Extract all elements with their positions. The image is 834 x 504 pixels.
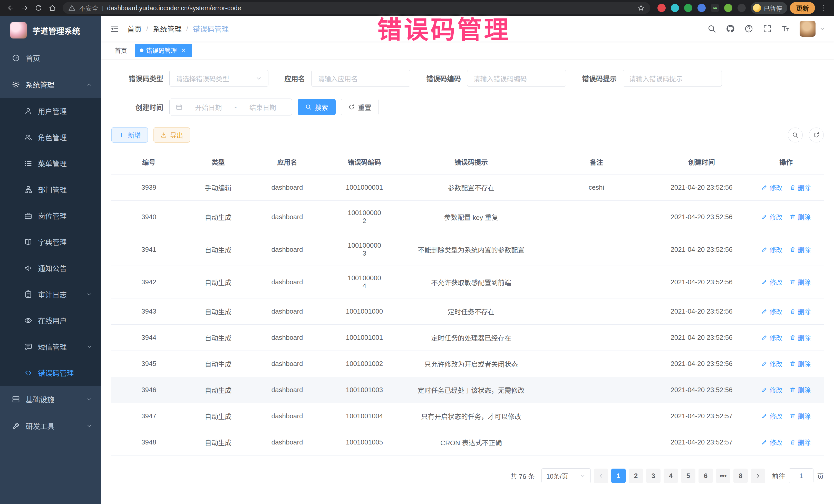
github-button[interactable] [726,24,735,34]
sidebar-item-dev-tools[interactable]: 研发工具 [0,413,101,439]
tag-error-code[interactable]: 错误码管理 × [135,44,192,57]
extension-blue-icon[interactable] [698,4,706,12]
close-icon[interactable]: × [180,47,187,54]
delete-link[interactable]: 删除 [790,307,811,316]
home-icon [48,4,56,12]
search-button[interactable]: 搜索 [298,99,336,115]
export-button[interactable]: 导出 [153,127,190,143]
fullscreen-button[interactable] [763,24,772,34]
update-chip[interactable]: 更新 [790,2,815,14]
reset-button[interactable]: 重置 [341,99,379,115]
sidebar-item-user[interactable]: 用户管理 [0,98,101,124]
page-button-8[interactable]: 8 [733,468,748,483]
edit-link[interactable]: 修改 [761,333,783,342]
error-code-input[interactable]: 请输入错误码编码 [467,70,566,87]
error-type-select[interactable]: 请选择错误码类型 [169,70,268,87]
table-row: 3944自动生成dashboard1001001001定时任务的处理器已经存在2… [111,325,824,351]
app-logo[interactable]: 芋道管理系统 [0,16,101,45]
sidebar-item-role[interactable]: 角色管理 [0,124,101,150]
bookmark-star-icon[interactable] [637,4,644,12]
error-msg-input[interactable]: 请输入错误码提示 [623,70,722,87]
not-secure-warning-icon [68,4,75,12]
question-button[interactable] [744,24,753,34]
prev-page-button[interactable] [594,468,608,483]
cell-msg: CRON 表达式不正确 [404,429,538,456]
sidebar-item-post[interactable]: 岗位管理 [0,203,101,229]
home-button[interactable] [47,2,58,14]
delete-link[interactable]: 删除 [790,183,811,192]
user-menu[interactable] [799,21,825,37]
reload-button[interactable] [33,2,44,14]
github-icon [726,24,735,34]
delete-link[interactable]: 删除 [790,385,811,394]
edit-link[interactable]: 修改 [761,245,783,254]
extension-lime-icon[interactable] [724,4,732,12]
sidebar-item-sms[interactable]: 短信管理 [0,334,101,360]
trash-icon [790,308,796,314]
page-button-3[interactable]: 3 [646,468,660,483]
cell-actions: 修改删除 [748,175,824,201]
delete-link[interactable]: 删除 [790,278,811,287]
sidebar-item-dept[interactable]: 部门管理 [0,177,101,203]
extension-red-icon[interactable] [657,4,666,12]
delete-link[interactable]: 删除 [790,438,811,447]
next-page-button[interactable] [751,468,765,483]
tag-home[interactable]: 首页 [110,44,132,57]
page-button-5[interactable]: 5 [681,468,696,483]
delete-link[interactable]: 删除 [790,245,811,254]
paused-chip[interactable]: 已暂停 [751,2,787,14]
delete-link[interactable]: 删除 [790,411,811,421]
sidebar-item-notice[interactable]: 通知公告 [0,255,101,281]
edit-link[interactable]: 修改 [761,212,783,221]
edit-link[interactable]: 修改 [761,359,783,368]
extension-teal-icon[interactable] [671,4,679,12]
cell-id: 3940 [111,201,186,233]
back-button[interactable] [5,2,17,14]
sidebar-item-system[interactable]: 系统管理 [0,71,101,98]
page-size-select[interactable]: 10条/页 [542,468,591,483]
edit-link[interactable]: 修改 [761,385,783,394]
sidebar-item-menu[interactable]: 菜单管理 [0,150,101,177]
address-bar[interactable]: 不安全 | dashboard.yudao.iocoder.cn/system/… [63,2,650,14]
cell-remark [538,299,655,325]
toggle-search-button[interactable] [788,128,803,143]
breadcrumb-home[interactable]: 首页 [127,24,142,34]
page-more-button[interactable]: ••• [716,468,730,483]
edit-link[interactable]: 修改 [761,411,783,421]
font-size-button[interactable] [781,24,790,34]
sidebar-item-online-user[interactable]: 在线用户 [0,307,101,334]
pencil-icon [761,279,768,285]
delete-link[interactable]: 删除 [790,333,811,342]
pencil-icon [761,246,768,253]
forward-button[interactable] [19,2,30,14]
sidebar-fold-button[interactable] [110,24,119,34]
page-button-4[interactable]: 4 [664,468,678,483]
breadcrumb-separator: / [186,25,188,33]
page-button-2[interactable]: 2 [629,468,643,483]
goto-page-input[interactable] [789,468,813,483]
delete-link[interactable]: 删除 [790,212,811,221]
sidebar-item-home[interactable]: 首页 [0,45,101,71]
edit-link[interactable]: 修改 [761,307,783,316]
edit-link[interactable]: 修改 [761,438,783,447]
breadcrumb-system[interactable]: 系统管理 [153,24,182,34]
browser-menu-button[interactable] [817,2,829,14]
page-button-1[interactable]: 1 [611,468,626,483]
search-button[interactable] [707,24,717,34]
extension-gray-icon[interactable] [738,4,746,12]
sidebar-item-infra[interactable]: 基础设施 [0,386,101,413]
date-range-picker[interactable]: 开始日期 - 结束日期 [169,98,292,115]
extension-green-icon[interactable] [684,4,692,12]
extension-dark-on-icon[interactable]: on [711,4,719,12]
cell-code: 1001001003 [324,377,404,403]
sidebar-item-error-code[interactable]: 错误码管理 [0,360,101,386]
sidebar-item-dict[interactable]: 字典管理 [0,229,101,255]
edit-link[interactable]: 修改 [761,183,783,192]
app-name-input[interactable]: 请输入应用名 [311,70,410,87]
add-button[interactable]: 新增 [111,127,148,143]
refresh-table-button[interactable] [809,128,824,143]
sidebar-item-audit-log[interactable]: 审计日志 [0,281,101,307]
page-button-6[interactable]: 6 [699,468,713,483]
edit-link[interactable]: 修改 [761,278,783,287]
delete-link[interactable]: 删除 [790,359,811,368]
